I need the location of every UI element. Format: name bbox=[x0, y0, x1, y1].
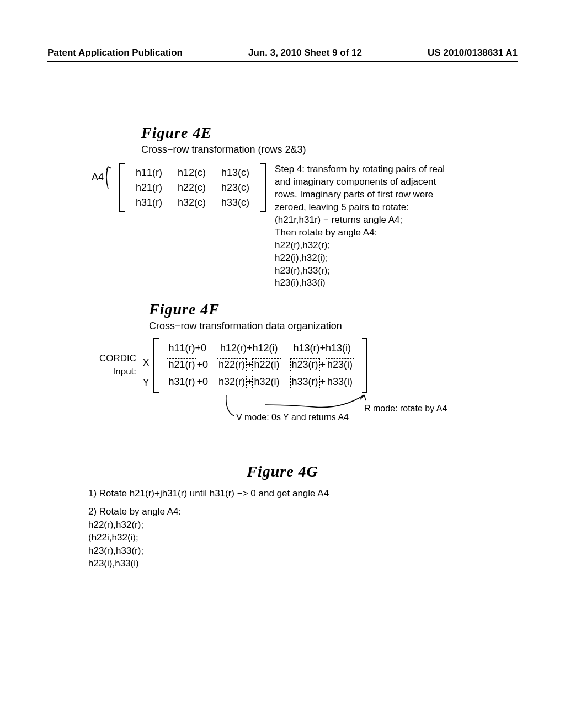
m-cell: h21(r)+0 bbox=[162, 356, 212, 373]
m-cell: h12(c) bbox=[170, 165, 214, 180]
pair-line: h22(r),h32(r); bbox=[275, 239, 457, 252]
header-right: US 2010/0138631 A1 bbox=[428, 47, 518, 58]
pair-line: h23(i),h33(i) bbox=[88, 557, 499, 570]
figure-4e-caption: Cross−row transformation (rows 2&3) bbox=[141, 144, 499, 156]
m-cell: h12(r)+h12(i) bbox=[212, 340, 286, 356]
figure-4g: Figure 4G 1) Rotate h21(r)+jh31(r) until… bbox=[66, 463, 499, 570]
dashed-group: h23(r) bbox=[290, 358, 320, 371]
figure-4f: Figure 4F Cross−row transformation data … bbox=[143, 301, 499, 422]
step4-line2: Then rotate by angle A4: bbox=[275, 227, 457, 239]
pair-line: h22(i),h32(i); bbox=[275, 252, 457, 265]
m-cell: h13(r)+h13(i) bbox=[286, 340, 359, 356]
step4-intro: Step 4: transform by rotating pairs of r… bbox=[275, 163, 457, 214]
m-cell: h32(r)+h32(i) bbox=[212, 373, 286, 390]
step2-text: 2) Rotate by angle A4: bbox=[88, 505, 499, 518]
y-label: Y bbox=[143, 373, 149, 393]
pair-line: h23(i),h33(i) bbox=[275, 277, 457, 290]
header-left: Patent Application Publication bbox=[47, 47, 183, 58]
m-cell: h22(c) bbox=[170, 180, 214, 195]
pair-line: h23(r),h33(r); bbox=[275, 265, 457, 277]
pair-line: h23(r),h33(r); bbox=[88, 544, 499, 557]
step4-line1: (h21r,h31r) − returns angle A4; bbox=[275, 214, 457, 227]
matrix-cells: h11(r)+0 h12(r)+h12(i) h13(r)+h13(i) h21… bbox=[159, 338, 362, 393]
page-content: Figure 4E Cross−row transformation (rows… bbox=[66, 124, 499, 570]
figure-4f-title: Figure 4F bbox=[149, 301, 499, 318]
m-cell: h13(c) bbox=[214, 165, 257, 180]
m-cell: h21(r) bbox=[128, 180, 170, 195]
v-mode-annotation: V mode: 0s Y and returns A4 bbox=[236, 413, 349, 422]
bracket-right bbox=[260, 163, 266, 212]
m-cell: h11(r) bbox=[128, 165, 170, 180]
dashed-group: h22(r) bbox=[217, 358, 247, 371]
bracket-left bbox=[119, 163, 125, 212]
cordic-input-labels: CORDIC Input: bbox=[99, 352, 136, 378]
m-cell: h33(c) bbox=[214, 195, 257, 210]
dashed-group: h33(r) bbox=[290, 376, 320, 388]
r-mode-annotation: R mode: rotate by A4 bbox=[364, 404, 447, 414]
m-cell: h33(r)+h33(i) bbox=[286, 373, 359, 390]
matrix-4f: h11(r)+0 h12(r)+h12(i) h13(r)+h13(i) h21… bbox=[153, 338, 367, 393]
matrix-4e: h11(r) h12(c) h13(c) h21(r) h22(c) h23(c… bbox=[119, 163, 266, 212]
annotation-block: R mode: rotate by A4 V mode: 0s Y and re… bbox=[199, 394, 499, 423]
pair-line: h22(r),h32(r); bbox=[88, 518, 499, 531]
m-cell: h23(r)+h23(i) bbox=[286, 356, 359, 373]
pair-line: (h22i,h32(i); bbox=[88, 531, 499, 544]
cordic-label: CORDIC bbox=[99, 352, 136, 365]
matrix-cells: h11(r) h12(c) h13(c) h21(r) h22(c) h23(c… bbox=[125, 163, 260, 212]
x-label: X bbox=[143, 353, 149, 373]
page-header: Patent Application Publication Jun. 3, 2… bbox=[47, 47, 518, 58]
m-cell: h23(c) bbox=[214, 180, 257, 195]
m-cell: h22(r)+h22(i) bbox=[212, 356, 286, 373]
dashed-group: h32(r) bbox=[217, 376, 247, 388]
figure-4e-title: Figure 4E bbox=[141, 124, 499, 142]
m-cell: h32(c) bbox=[170, 195, 214, 210]
input-label: Input: bbox=[99, 365, 136, 378]
m-cell: h11(r)+0 bbox=[162, 340, 212, 356]
bracket-right bbox=[362, 338, 367, 393]
dashed-group: h23(i) bbox=[326, 358, 354, 371]
figure-4g-body: 1) Rotate h21(r)+jh31(r) until h31(r) −>… bbox=[88, 487, 499, 570]
pair-list: h22(r),h32(r); h22(i),h32(i); h23(r),h33… bbox=[275, 239, 457, 290]
a4-label-block: A4 bbox=[92, 163, 116, 191]
dashed-group: h31(r) bbox=[167, 376, 196, 388]
step1-text: 1) Rotate h21(r)+jh31(r) until h31(r) −>… bbox=[88, 487, 499, 500]
bracket-left bbox=[153, 338, 159, 393]
xy-labels: X Y bbox=[143, 353, 149, 392]
a4-label: A4 bbox=[92, 172, 104, 183]
arc-icon bbox=[106, 163, 116, 191]
header-center: Jun. 3, 2010 Sheet 9 of 12 bbox=[248, 47, 362, 58]
m-cell: h31(r)+0 bbox=[162, 373, 212, 390]
figure-4f-caption: Cross−row transformation data organizati… bbox=[149, 320, 499, 332]
figure-4e: Figure 4E Cross−row transformation (rows… bbox=[141, 124, 499, 290]
dashed-group: h32(i) bbox=[252, 376, 281, 388]
dashed-group: h22(i) bbox=[252, 358, 281, 371]
m-cell: h31(r) bbox=[128, 195, 170, 210]
figure-4g-title: Figure 4G bbox=[66, 463, 499, 480]
dashed-group: h21(r) bbox=[167, 358, 196, 371]
header-rule bbox=[47, 61, 518, 62]
step4-description: Step 4: transform by rotating pairs of r… bbox=[275, 163, 457, 290]
dashed-group: h33(i) bbox=[326, 376, 354, 388]
